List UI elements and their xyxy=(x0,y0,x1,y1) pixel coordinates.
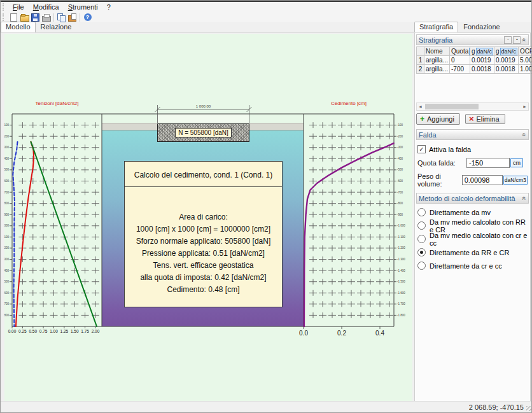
metodo-option-4[interactable]: Direttamente da cr e cc xyxy=(417,261,528,270)
table-cell[interactable]: 0.0019 xyxy=(470,56,494,65)
add-row-button[interactable]: +Aggiungi xyxy=(416,113,460,125)
svg-text:-900: -900 xyxy=(4,213,9,216)
row-number: 1 xyxy=(417,56,424,65)
table-cell[interactable]: argilla... xyxy=(424,65,450,74)
load-label: N = 505800 [daN] xyxy=(175,128,232,137)
result-line: Area di carico: xyxy=(125,211,282,223)
unit-selector[interactable]: daN/c xyxy=(476,48,494,55)
paste-button[interactable] xyxy=(67,13,78,22)
column-header[interactable]: gdaN/c xyxy=(494,47,519,56)
result-line: 1000 [cm] x 1000 [cm] = 1000000 [cm2] xyxy=(125,223,282,235)
tab-modello[interactable]: Modello xyxy=(1,22,36,32)
svg-text:-600: -600 xyxy=(4,179,9,183)
svg-text:0.25: 0.25 xyxy=(18,329,27,333)
collapse-chevron-icon[interactable]: « xyxy=(521,38,528,42)
menubar-grip[interactable] xyxy=(3,3,6,11)
svg-text:-1 800: -1 800 xyxy=(4,314,9,317)
table-cell[interactable]: 0.0018 xyxy=(494,65,519,74)
menu-help[interactable]: ? xyxy=(102,3,115,11)
svg-text:-1 200: -1 200 xyxy=(397,246,405,249)
peso-volume-input[interactable] xyxy=(462,175,503,185)
panel-body: Stratigrafia - • « NomeQuotacmgdaN/cgdaN… xyxy=(414,33,531,403)
radio-button[interactable] xyxy=(417,248,426,256)
svg-text:-600: -600 xyxy=(397,179,403,183)
menu-strumenti[interactable]: Strumenti xyxy=(64,3,102,11)
toolbar-grip[interactable] xyxy=(3,13,6,21)
svg-text:-1 700: -1 700 xyxy=(397,302,405,305)
save-button[interactable] xyxy=(30,13,41,22)
metodo-option-3[interactable]: Direttamente da RR e CR xyxy=(417,248,528,257)
menu-modifica[interactable]: Modifica xyxy=(29,3,64,11)
table-cell[interactable]: -700 xyxy=(450,65,470,74)
tab-fondazione[interactable]: Fondazione xyxy=(458,22,505,32)
open-folder-icon xyxy=(20,15,29,22)
scroll-right-icon[interactable]: ► xyxy=(521,104,528,109)
new-document-button[interactable] xyxy=(8,13,19,22)
scroll-left-icon[interactable]: ◄ xyxy=(417,104,424,109)
help-icon: ? xyxy=(84,13,92,21)
metodo-option-2[interactable]: Da mv medio calcolato con cr e cc xyxy=(417,234,528,244)
column-header[interactable]: Nome xyxy=(424,47,450,56)
column-header[interactable]: OCR xyxy=(519,47,532,56)
row-number: 2 xyxy=(417,65,424,74)
falda-group-header: Falda « xyxy=(416,129,529,140)
column-header[interactable]: Quotacm xyxy=(450,47,470,56)
svg-text:-1 300: -1 300 xyxy=(397,258,405,261)
svg-text:0.50: 0.50 xyxy=(29,329,37,333)
attiva-falda-checkbox[interactable]: ✓ xyxy=(417,145,426,153)
right-panel: Stratigrafia Fondazione Stratigrafia - •… xyxy=(414,22,531,403)
collapse-chevron-icon[interactable]: « xyxy=(521,133,528,137)
svg-text:-1 000: -1 000 xyxy=(4,224,9,227)
toolbar-separator xyxy=(53,13,54,22)
metodo-group-header: Metodo di calcolo deformabilità « xyxy=(416,193,529,204)
collapse-chevron-icon[interactable]: « xyxy=(521,197,528,200)
table-empty-area xyxy=(416,74,529,102)
status-bar: 2 068.59; -470.15 xyxy=(1,401,532,412)
radio-label: Direttamente da RR e CR xyxy=(430,249,509,256)
radio-button[interactable] xyxy=(417,262,426,270)
radio-button[interactable] xyxy=(417,235,426,243)
table-cell[interactable]: 0 xyxy=(450,56,470,65)
copy-icon xyxy=(57,13,66,22)
quota-falda-label: Quota falda: xyxy=(417,159,466,167)
open-button[interactable] xyxy=(19,13,30,22)
radio-button[interactable] xyxy=(417,221,426,230)
help-button[interactable]: ? xyxy=(82,13,93,22)
svg-text:-200: -200 xyxy=(4,135,9,138)
group-minimize-button[interactable]: - xyxy=(504,36,512,44)
metodo-option-1[interactable]: Da mv medio calcolato con RR e CR xyxy=(417,221,528,230)
radio-label: Da mv medio calcolato con cr e cc xyxy=(430,232,528,247)
table-cell[interactable]: 5.00 xyxy=(519,56,532,65)
svg-text:-700: -700 xyxy=(397,191,403,194)
scrollbar-thumb[interactable] xyxy=(425,104,479,109)
group-options-button[interactable]: • xyxy=(513,36,521,44)
peso-volume-unit[interactable]: daN/cm3 xyxy=(503,176,528,185)
quota-falda-unit[interactable]: cm xyxy=(510,158,523,167)
quota-falda-row: Quota falda: cm xyxy=(417,158,528,168)
quota-falda-input[interactable] xyxy=(466,158,510,168)
table-row[interactable]: 1argilla...00.00190.00195.00 xyxy=(417,56,532,65)
resize-grip[interactable] xyxy=(526,406,531,411)
menu-file[interactable]: File xyxy=(8,3,29,11)
table-row[interactable]: 2argilla...-7000.00180.00181.00 xyxy=(417,65,532,74)
print-icon xyxy=(42,16,51,22)
svg-text:-700: -700 xyxy=(4,191,9,194)
unit-selector[interactable]: daN/c xyxy=(500,48,518,55)
radio-button[interactable] xyxy=(417,208,426,216)
metodo-options: Direttamente da mvDa mv medio calcolato … xyxy=(416,207,529,270)
table-cell[interactable]: 1.00 xyxy=(519,65,532,74)
result-line: Tens. vert. efficace geostatica xyxy=(125,260,282,272)
svg-text:0.4: 0.4 xyxy=(375,330,384,337)
table-cell[interactable]: 0.0018 xyxy=(470,65,494,74)
tab-relazione[interactable]: Relazione xyxy=(36,22,77,32)
copy-button[interactable] xyxy=(56,13,67,22)
table-horizontal-scrollbar[interactable]: ◄ ► xyxy=(416,102,529,111)
column-header[interactable]: gdaN/c xyxy=(470,47,494,56)
print-button[interactable] xyxy=(41,13,52,22)
table-cell[interactable]: 0.0019 xyxy=(494,56,519,65)
table-cell[interactable]: argilla... xyxy=(424,56,450,65)
toolbar: ? xyxy=(1,12,532,22)
delete-row-button[interactable]: ×Elimina xyxy=(465,114,505,124)
metodo-option-0[interactable]: Direttamente da mv xyxy=(417,207,528,217)
tab-stratigrafia[interactable]: Stratigrafia xyxy=(414,22,458,32)
